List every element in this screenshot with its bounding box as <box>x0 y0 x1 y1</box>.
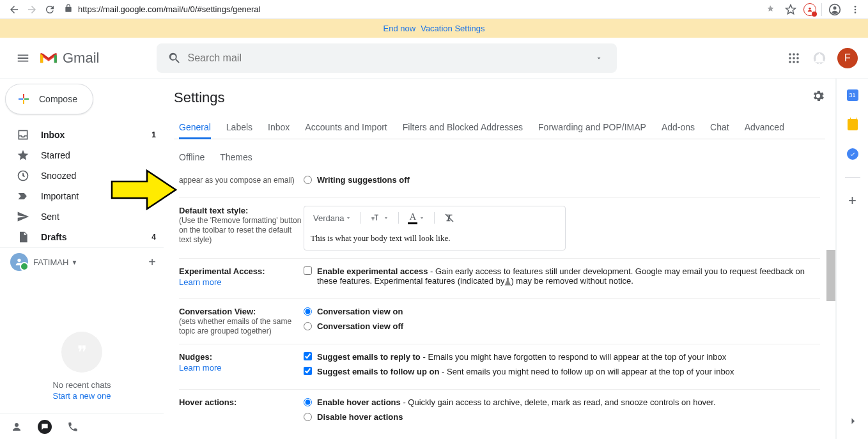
svg-point-11 <box>796 57 799 59</box>
conversation-on-radio[interactable] <box>304 307 312 316</box>
sidebar-item-inbox[interactable]: Inbox1 <box>0 125 164 145</box>
main-menu-button[interactable] <box>10 45 36 71</box>
nudge-followup-checkbox[interactable] <box>304 367 312 375</box>
writing-suggestions-off-radio[interactable] <box>304 176 312 184</box>
svg-point-12 <box>789 61 791 63</box>
tab-filters[interactable]: Filters and Blocked Addresses <box>403 117 523 139</box>
tab-accounts[interactable]: Accounts and Import <box>305 117 387 139</box>
svg-point-13 <box>793 61 795 63</box>
account-avatar[interactable]: F <box>837 48 858 68</box>
collapse-panel-icon[interactable] <box>847 415 858 429</box>
text-style-preview: This is what your body text will look li… <box>304 229 565 250</box>
tab-advanced[interactable]: Advanced <box>745 117 784 139</box>
nudges-learn-more[interactable]: Learn more <box>179 363 304 373</box>
gear-icon[interactable] <box>811 89 825 107</box>
hover-enable-radio[interactable] <box>304 398 312 406</box>
page-title: Settings <box>174 89 225 106</box>
font-size-dropdown[interactable] <box>368 211 392 225</box>
hangouts-panel: ❞ No recent chats Start a new one <box>0 319 164 439</box>
svg-point-9 <box>789 57 791 59</box>
vacation-banner: End now Vacation Settings <box>0 19 868 38</box>
default-text-style-label: Default text style: (Use the 'Remove for… <box>179 206 304 250</box>
extension-icon[interactable] <box>763 2 778 17</box>
gmail-logo[interactable]: Gmail <box>38 50 99 66</box>
hangouts-contacts-icon[interactable] <box>5 415 28 438</box>
compose-label: Compose <box>39 94 77 104</box>
svg-point-5 <box>855 12 856 13</box>
calendar-addon-icon[interactable]: 31 <box>846 89 859 102</box>
compose-button[interactable]: Compose <box>5 84 93 114</box>
svg-point-17 <box>17 259 20 262</box>
search-input[interactable] <box>187 52 586 64</box>
no-chats-text: No recent chats <box>0 380 164 390</box>
gmail-logo-text: Gmail <box>63 50 99 66</box>
reload-button[interactable] <box>41 1 59 19</box>
experimental-learn-more[interactable]: Learn more <box>179 277 304 287</box>
start-chat-link[interactable]: Start a new one <box>52 391 111 401</box>
extension-profile-icon[interactable] <box>803 3 816 16</box>
hangouts-quote-icon: ❞ <box>61 332 102 373</box>
sidebar-item-sent[interactable]: Sent <box>0 206 164 227</box>
chrome-menu-icon[interactable] <box>848 2 863 17</box>
tab-offline[interactable]: Offline <box>179 147 205 167</box>
nudge-reply-checkbox[interactable] <box>304 352 312 360</box>
caret-down-icon: ▼ <box>71 259 77 266</box>
hangouts-chat-icon[interactable] <box>33 415 56 438</box>
tab-addons[interactable]: Add-ons <box>662 117 695 139</box>
svg-point-4 <box>855 8 856 10</box>
hangouts-user[interactable]: FATIMAH ▼ + <box>0 247 164 276</box>
hangouts-phone-icon[interactable] <box>61 415 84 438</box>
tab-labels[interactable]: Labels <box>226 117 252 139</box>
add-contact-icon[interactable]: + <box>148 255 156 270</box>
scrollbar[interactable] <box>826 250 835 301</box>
experimental-checkbox[interactable] <box>304 266 312 275</box>
address-bar[interactable]: https://mail.google.com/mail/u/0/#settin… <box>64 1 757 18</box>
search-icon[interactable] <box>162 45 187 71</box>
sidebar-item-starred[interactable]: Starred <box>0 145 164 166</box>
sidebar: Compose Inbox1 Starred Snoozed Important… <box>0 79 164 439</box>
smart-compose-sub: appear as you compose an email) <box>179 176 295 185</box>
search-options-dropdown[interactable] <box>586 45 612 71</box>
browser-toolbar: https://mail.google.com/mail/u/0/#settin… <box>0 0 868 19</box>
app-header: Gmail F <box>0 38 868 79</box>
experimental-label: Experimental Access: Learn more <box>179 266 304 291</box>
forward-button[interactable] <box>23 1 41 19</box>
flask-icon <box>504 278 511 286</box>
sidebar-item-drafts[interactable]: Drafts4 <box>0 227 164 247</box>
notifications-icon[interactable] <box>812 50 827 66</box>
svg-point-0 <box>809 7 810 9</box>
svg-point-10 <box>793 57 795 59</box>
back-button[interactable] <box>5 1 23 19</box>
tab-general[interactable]: General <box>179 117 211 139</box>
lock-icon <box>64 4 73 15</box>
svg-point-2 <box>833 6 837 10</box>
svg-point-18 <box>15 423 19 427</box>
google-apps-icon[interactable] <box>786 50 802 66</box>
search-bar[interactable] <box>157 43 617 73</box>
svg-point-7 <box>793 53 795 56</box>
user-name: FATIMAH <box>33 258 68 267</box>
tasks-addon-icon[interactable] <box>846 148 859 160</box>
settings-content: Settings General Labels Inbox Accounts a… <box>164 79 836 439</box>
sidebar-item-important[interactable]: Important <box>0 186 164 206</box>
keep-addon-icon[interactable] <box>846 118 859 131</box>
hover-disable-radio[interactable] <box>304 413 312 421</box>
tab-forwarding[interactable]: Forwarding and POP/IMAP <box>538 117 646 139</box>
vacation-settings-link[interactable]: Vacation Settings <box>421 24 484 33</box>
conversation-off-radio[interactable] <box>304 322 312 330</box>
tab-themes[interactable]: Themes <box>220 147 252 167</box>
font-family-dropdown[interactable]: Verdana <box>311 212 354 224</box>
chrome-profile-icon[interactable] <box>827 2 842 17</box>
tab-inbox[interactable]: Inbox <box>268 117 290 139</box>
get-addons-icon[interactable]: + <box>846 194 859 207</box>
svg-point-6 <box>789 53 791 56</box>
text-color-dropdown[interactable]: A <box>405 210 428 226</box>
tab-chat[interactable]: Chat <box>710 117 729 139</box>
vacation-end-link[interactable]: End now <box>384 24 416 33</box>
settings-tabs-row1: General Labels Inbox Accounts and Import… <box>174 112 825 139</box>
text-style-editor: Verdana A This is what your body text wi… <box>304 206 566 250</box>
conversation-view-label: Conversation View: (sets whether emails … <box>179 307 304 336</box>
bookmark-star-icon[interactable] <box>783 2 798 17</box>
remove-formatting-button[interactable] <box>441 211 458 225</box>
sidebar-item-snoozed[interactable]: Snoozed <box>0 166 164 186</box>
